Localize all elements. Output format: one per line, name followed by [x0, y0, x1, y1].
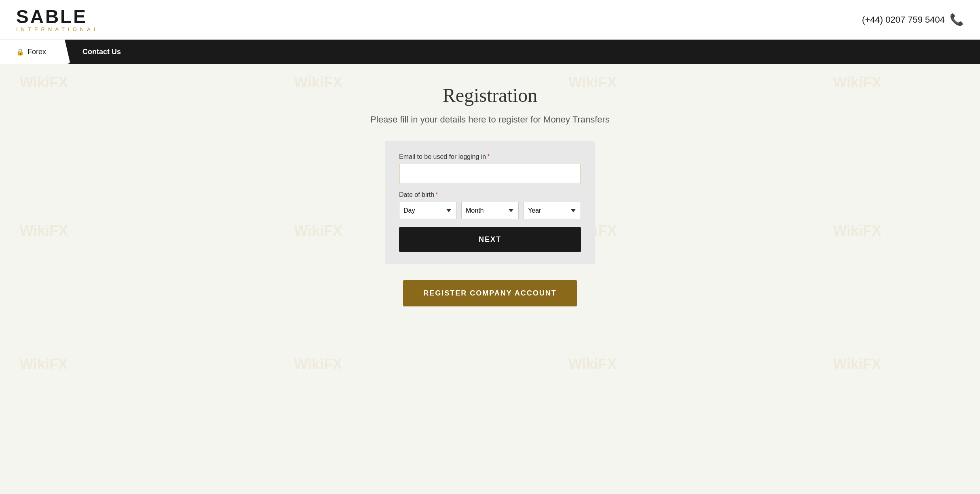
main-content: Registration Please fill in your details… [0, 64, 980, 339]
watermark-text: WikiFX [19, 356, 68, 373]
dob-selects: Day 12345 678910 1112131415 1617181920 2… [399, 202, 581, 219]
email-field[interactable] [399, 164, 581, 183]
nav-bar: 🔒 Forex Contact Us [0, 40, 980, 64]
form-card: Email to be used for logging in* Date of… [385, 141, 595, 264]
logo-international: INTERNATIONAL [16, 27, 100, 32]
required-star-email: * [487, 153, 490, 160]
watermark-text: WikiFX [568, 356, 617, 373]
logo: SABLE INTERNATIONAL [16, 7, 100, 32]
month-select[interactable]: Month JanuaryFebruaryMarchApril MayJuneJ… [461, 202, 519, 219]
nav-forex[interactable]: 🔒 Forex [0, 40, 70, 64]
phone-icon: 📞 [950, 13, 964, 26]
nav-contact-label: Contact Us [82, 48, 121, 56]
next-button[interactable]: NEXT [399, 227, 581, 252]
register-company-button[interactable]: REGISTER COMPANY ACCOUNT [403, 280, 577, 306]
nav-forex-label: Forex [27, 48, 46, 56]
nav-contact[interactable]: Contact Us [70, 40, 133, 64]
header: SABLE INTERNATIONAL (+44) 0207 759 5404 … [0, 0, 980, 40]
dob-section: Date of birth* Day 12345 678910 11121314… [399, 191, 581, 219]
logo-sable: SABLE [16, 7, 100, 26]
page-subtitle: Please fill in your details here to regi… [370, 114, 610, 125]
year-select[interactable]: Year 2005200420032002 2001200019991998 1… [524, 202, 581, 219]
required-star-dob: * [435, 191, 438, 198]
phone-number: (+44) 0207 759 5404 [862, 15, 945, 25]
lock-icon: 🔒 [16, 48, 24, 56]
header-contact: (+44) 0207 759 5404 📞 [862, 13, 964, 26]
watermark-text: WikiFX [294, 356, 342, 373]
watermark-text: WikiFX [833, 356, 881, 373]
email-label: Email to be used for logging in* [399, 153, 581, 160]
day-select[interactable]: Day 12345 678910 1112131415 1617181920 2… [399, 202, 456, 219]
dob-label: Date of birth* [399, 191, 581, 198]
page-title: Registration [443, 84, 538, 106]
